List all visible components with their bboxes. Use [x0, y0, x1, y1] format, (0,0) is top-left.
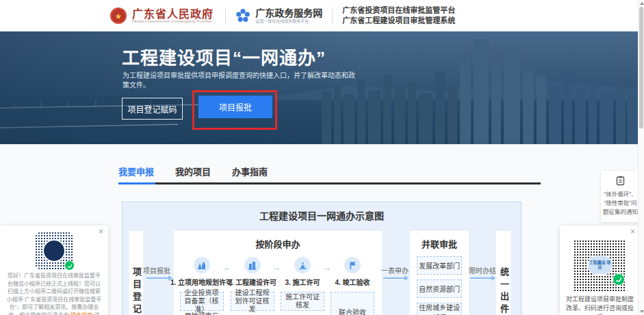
gov-logo[interactable]: ★ 广东省人民政府 People's Government of Guangdo…	[110, 7, 216, 25]
stage-column-2: 2. 工程建设许可 建设工程规划许可证核发 设计方案审查	[228, 254, 276, 315]
site-header: ★ 广东省人民政府 People's Government of Guangdo…	[0, 0, 639, 31]
operation-guide-link[interactable]: “操作指南”	[68, 312, 94, 315]
flow-arrow-icon	[383, 277, 405, 279]
stage-label: 1. 立项用地规划许可	[170, 277, 233, 287]
notice-text: “体外循环”、“隐性审批”问题征集的通知	[601, 189, 640, 218]
flag-icon	[344, 257, 361, 273]
wechat-icon	[64, 260, 75, 271]
stage-column-3: 3. 施工许可 施工许可证核发 消防设计审核	[279, 254, 326, 315]
svg-text:★: ★	[115, 12, 123, 21]
stage-arrow-icon: →	[322, 262, 331, 273]
service-name: 广东政务服务网	[255, 8, 322, 18]
header-divider	[332, 8, 333, 24]
notice-text-before: 您好！广东省投资项目在线审批监管平台微信小程序已经正式上线啦！您可以扫描上方小程…	[7, 273, 102, 315]
stage-label: 2. 工程建设许可	[228, 277, 276, 287]
close-icon[interactable]: ×	[99, 228, 103, 236]
main-tabbar: 我要申报我的项目办事指南	[118, 165, 541, 182]
arrow-label-project-approval: 项目报批	[143, 265, 170, 275]
cone-icon	[294, 257, 311, 273]
project-registration-box: 项目登记	[129, 230, 144, 315]
hero-banner: 工程建设项目“一网通办” 为工程建设项目审批提供项目申报调度查询的快捷入口，并了…	[0, 31, 639, 144]
tab-apply[interactable]: 我要申报	[118, 165, 154, 182]
stage-application-box: 按阶段申办 1. 立项用地规划许可 企业投资项目备案（核准） 用地预审与选址意见…	[173, 230, 383, 315]
scrollbar-thumb[interactable]	[639, 7, 643, 128]
feedback-qr-caption: 对工程建设项目审批制度改革、扫码进行咨询或投诉	[560, 291, 640, 315]
platform-title-line2: 广东省工程建设项目审批管理系统	[342, 16, 455, 26]
platform-title-line1: 广东省投资项目在线审批监管平台	[342, 5, 455, 16]
stage-item[interactable]: 联合验收	[331, 292, 374, 315]
project-register-code-button[interactable]: 项目登记赋码	[122, 98, 183, 120]
notice-clipboard-icon	[615, 176, 626, 186]
red-highlight-annotation	[192, 90, 277, 130]
land-planning-icon	[194, 257, 210, 273]
qr-center-logo	[42, 239, 66, 262]
header-divider	[225, 8, 226, 24]
gov-name: 广东省人民政府	[132, 9, 216, 19]
hero-title: 工程建设项目“一网通办”	[122, 44, 326, 69]
stage-section-title: 按阶段申办	[174, 237, 382, 250]
flow-arrow-icon	[146, 277, 169, 279]
mini-program-qr-panel: × 您好！广东省投资项目在线审批监管平台微信小程序已经正式上线啦！您可以扫描上方…	[0, 225, 108, 315]
feedback-qr-code: 工程建设 项目	[574, 239, 626, 291]
parallel-approval-box: 并联审批 发展改革部门 自然资源部门 住房城乡建设部门	[409, 230, 469, 315]
unified-output-box: 统一出件	[495, 230, 511, 315]
active-tab-underline	[118, 182, 155, 184]
mini-program-notice-text: 您好！广东省投资项目在线审批监管平台微信小程序已经正式上线啦！您可以扫描上方小程…	[0, 269, 108, 315]
notice-widget[interactable]: “体外循环”、“隐性审批”问题征集的通知	[601, 171, 640, 222]
stage-column-1: 1. 立项用地规划许可 企业投资项目备案（核准） 用地预审与选址意见书核发	[177, 254, 226, 315]
vertical-scrollbar[interactable]	[638, 0, 644, 315]
construction-permit-icon	[244, 257, 261, 273]
parallel-item[interactable]: 住房城乡建设部门	[417, 303, 462, 315]
stage-arrow-icon: →	[272, 262, 281, 273]
stage-column-4: 4. 竣工验收 联合验收	[329, 254, 376, 315]
mini-program-qr-code	[36, 232, 73, 269]
arrow-label-time-limit: 限时办结	[469, 265, 496, 275]
wechat-icon	[613, 273, 625, 286]
feedback-qr-panel: × 工程建设 项目 对工程建设项目审批制度改革、扫码进行咨询或投诉	[560, 225, 640, 315]
diagram-title: 工程建设项目一网通办示意图	[123, 208, 521, 222]
service-subtitle: 全国一体化在线政务服务平台	[255, 18, 322, 24]
flow-arrow-icon	[470, 277, 492, 279]
stage-label: 4. 竣工验收	[335, 277, 370, 287]
parallel-section-title: 并联审批	[410, 237, 469, 250]
arrow-label-one-form: 一表申办	[381, 265, 409, 275]
gov-subtitle: People's Government of Guangdong Provinc…	[132, 19, 211, 23]
service-logo[interactable]: 广东政务服务网 全国一体化在线政务服务平台	[235, 8, 322, 24]
stage-label: 3. 施工许可	[285, 277, 320, 287]
national-emblem-icon: ★	[110, 7, 127, 25]
tab-my-projects[interactable]: 我的项目	[175, 165, 211, 182]
page: ★ 广东省人民政府 People's Government of Guangdo…	[0, 0, 644, 315]
scroll-up-icon[interactable]	[640, 2, 644, 5]
qr-center-label: 工程建设 项目	[588, 256, 613, 275]
kapok-flower-icon	[235, 8, 250, 23]
tab-guide[interactable]: 办事指南	[232, 165, 268, 182]
one-network-diagram: 工程建设项目一网通办示意图 项目登记 项目报批 按阶段申办 1. 立项用地规划许…	[122, 202, 521, 315]
stage-item[interactable]: 建设工程规划许可证核发	[231, 292, 274, 311]
parallel-item[interactable]: 发展改革部门	[417, 256, 462, 275]
parallel-item[interactable]: 自然资源部门	[417, 279, 462, 298]
close-icon[interactable]: ×	[630, 228, 635, 236]
scroll-down-icon[interactable]	[640, 310, 644, 313]
stage-arrow-icon: →	[221, 262, 230, 273]
tab-underline	[118, 182, 541, 184]
stage-item[interactable]: 施工许可证核发	[281, 292, 324, 311]
hero-subtitle: 为工程建设项目审批提供项目申报调度查询的快捷入口，并了解改革动态和政策文件。	[123, 71, 361, 90]
stage-item[interactable]: 企业投资项目备案（核准）	[180, 292, 224, 311]
